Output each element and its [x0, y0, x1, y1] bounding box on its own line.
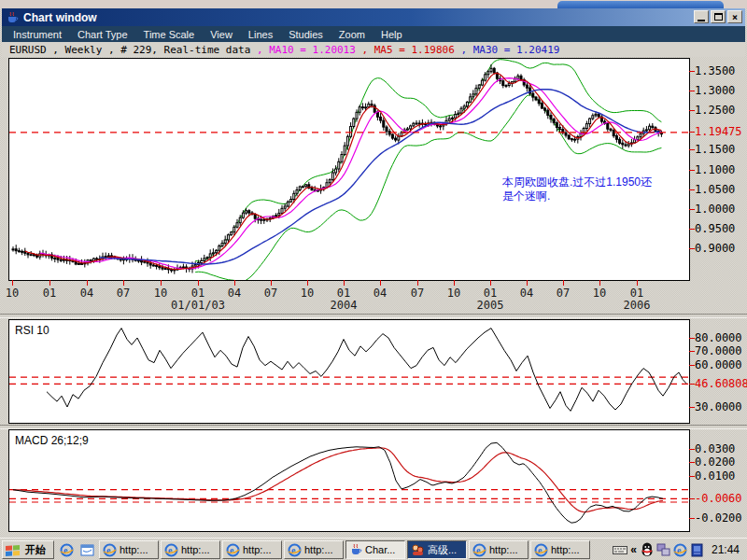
x-axis-label: 01 — [43, 287, 56, 300]
x-axis-label: 10 — [593, 287, 606, 300]
qq-icon — [641, 542, 654, 557]
ie-icon: e — [673, 543, 687, 557]
maximize-icon — [714, 13, 723, 21]
task-label: 高级... — [428, 543, 457, 557]
start-button[interactable]: 开始 — [2, 540, 54, 559]
ma-value-2: , MA30 = 1.20419 — [460, 44, 559, 56]
taskbar-clock: 21:44 — [712, 543, 740, 556]
maximize-button[interactable] — [711, 10, 726, 23]
macd-panel[interactable]: MACD 26;12;9 — [8, 429, 690, 532]
background-window-titlebar[interactable] — [557, 1, 724, 8]
desktop: Chart window × InstrumentChart TypeTime … — [0, 0, 747, 560]
x-axis-year-label: 01/01/03 — [171, 299, 225, 312]
annotation-line1: 本周欧圆收盘.过不过1.1950还 — [502, 175, 675, 189]
menu-zoom[interactable]: Zoom — [339, 29, 365, 40]
notebook-icon — [691, 543, 703, 557]
windows-logo-icon — [6, 544, 20, 556]
y-axis-label: 1.3500 — [695, 64, 735, 77]
x-axis-label: 10 — [6, 287, 19, 300]
chart-window-titlebar[interactable]: Chart window × — [2, 8, 745, 26]
taskbar-task-3[interactable]: ehttp:... — [284, 540, 344, 559]
quick-launch-ie[interactable]: e — [58, 541, 75, 558]
x-axis-label: 07 — [557, 287, 570, 300]
menu-help[interactable]: Help — [381, 29, 402, 40]
x-axis-label: 01 — [191, 287, 204, 300]
x-axis-tick — [49, 280, 50, 286]
y-axis-label: 1.0000 — [695, 203, 735, 216]
ma-value-0: , MA10 = 1.20013 — [257, 44, 362, 56]
x-axis-tick — [380, 280, 381, 286]
taskbar-task-2[interactable]: ehttp:... — [222, 540, 282, 559]
java-icon — [6, 11, 19, 24]
price-chart-panel[interactable] — [8, 58, 690, 281]
menu-studies[interactable]: Studies — [289, 29, 323, 40]
taskbar-task-5[interactable]: 高级... — [407, 540, 467, 559]
x-axis-year-label: 2005 — [477, 299, 504, 312]
menu-instrument[interactable]: Instrument — [13, 29, 62, 40]
rsi-label: RSI 10 — [15, 324, 49, 337]
menu-bar: InstrumentChart TypeTime ScaleViewLinesS… — [2, 26, 745, 42]
x-axis-label: 04 — [374, 287, 387, 300]
notebook-icon[interactable] — [690, 542, 705, 557]
y-axis-label: 1.2500 — [695, 104, 735, 117]
task-label: http:... — [181, 544, 210, 555]
y-axis-label: 70.0000 — [695, 344, 742, 357]
symbol-info: EURUSD , Weekly , # 229, Real-time data — [9, 44, 257, 56]
java-cup-icon — [6, 11, 19, 24]
taskbar-task-7[interactable]: ehttp:... — [530, 540, 590, 559]
y-axis-label: 30.0000 — [695, 400, 742, 413]
quick-launch-mail[interactable] — [78, 541, 95, 558]
x-axis-tick — [454, 280, 455, 286]
keyboard-icon[interactable] — [613, 542, 627, 557]
y-axis-label: 0.9500 — [695, 222, 735, 235]
ie-icon: e — [472, 543, 486, 557]
minimize-icon — [698, 20, 705, 21]
task-label: http:... — [243, 544, 272, 555]
chart-annotation: 本周欧圆收盘.过不过1.1950还 是个迷啊. — [502, 175, 675, 203]
x-axis-tick — [198, 280, 199, 286]
ie-icon[interactable]: e — [673, 542, 688, 557]
task-label: http:... — [304, 544, 333, 555]
y-axis-label: 1.0500 — [695, 183, 735, 196]
close-button[interactable]: × — [727, 10, 742, 23]
x-axis-label: 07 — [264, 287, 277, 300]
y-axis-label: 1.1500 — [695, 143, 735, 156]
taskbar-task-4[interactable]: Char... — [345, 540, 405, 559]
task-label: Char... — [365, 544, 395, 555]
y-axis-label: 60.0000 — [695, 358, 742, 371]
y-axis-label: 1.19475 — [695, 125, 742, 138]
windows-logo-icon — [6, 544, 20, 556]
x-axis-label: 04 — [520, 287, 533, 300]
x-axis-tick — [490, 280, 491, 286]
taskbar-task-1[interactable]: ehttp:... — [161, 540, 220, 559]
menu-time-scale[interactable]: Time Scale — [144, 29, 195, 40]
x-axis-tick — [563, 280, 564, 286]
qq-icon[interactable] — [640, 542, 655, 557]
taskbar-task-6[interactable]: ehttp:... — [469, 540, 529, 559]
rsi-panel[interactable]: RSI 10 — [8, 319, 690, 424]
x-axis-tick — [87, 280, 88, 286]
x-axis-year-label: 2004 — [331, 299, 358, 312]
ie-icon: e — [103, 543, 117, 557]
ie-icon: e — [288, 543, 302, 557]
minimize-button[interactable] — [694, 10, 709, 23]
y-axis-label: 0.0300 — [695, 442, 735, 455]
panel-splitter[interactable] — [0, 314, 747, 318]
menu-lines[interactable]: Lines — [248, 29, 273, 40]
taskbar-task-0[interactable]: ehttp:... — [99, 540, 159, 559]
y-axis-label: 0.0100 — [695, 469, 735, 483]
tray-chevron-icon[interactable]: « — [630, 543, 637, 556]
y-axis-label: -0.0060 — [695, 492, 742, 505]
x-axis-tick — [637, 280, 638, 286]
macd-label: MACD 26;12;9 — [15, 434, 89, 447]
menu-view[interactable]: View — [210, 29, 233, 40]
y-axis-label: 80.0000 — [695, 331, 742, 344]
close-icon: × — [732, 12, 738, 22]
start-label: 开始 — [25, 543, 46, 557]
x-axis-label: 10 — [301, 287, 314, 300]
network-icon[interactable] — [656, 542, 671, 557]
menu-chart-type[interactable]: Chart Type — [78, 29, 128, 40]
taskbar: 开始 « e 21:44 eehttp:...ehttp:...ehttp:..… — [0, 538, 747, 560]
task-label: http:... — [489, 544, 518, 555]
x-axis-tick — [527, 280, 528, 286]
